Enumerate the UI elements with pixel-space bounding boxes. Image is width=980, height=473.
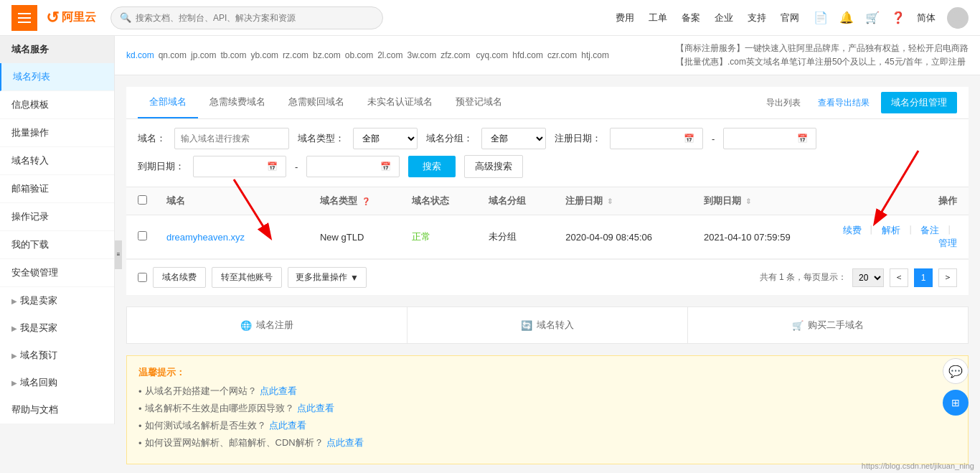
doc-icon[interactable]: 📄 [814,11,828,24]
pagination: 共有 1 条，每页显示： 20 ＜ 1 ＞ [760,268,957,287]
status-url: https://blog.csdn.net/jikuan_ning [862,462,974,470]
search-button[interactable]: 搜索 [408,156,456,177]
sidebar-item-seller[interactable]: ▶ 我是卖家 [0,287,114,314]
total-text: 共有 1 条，每页显示： [760,271,847,284]
tips-link-3[interactable]: 点此查看 [326,436,364,449]
nav-item-cost[interactable]: 费用 [616,11,634,24]
sidebar-item-my-downloads[interactable]: 我的下载 [0,231,114,259]
group-select[interactable]: 全部 [481,128,546,149]
reg-date-end[interactable]: 📅 [723,128,816,149]
table-body: dreamyheaven.xyz New gTLD 正常 未分组 2020-04… [126,215,969,259]
page-1-button[interactable]: 1 [914,268,933,287]
exp-date-start-input[interactable] [199,161,264,172]
sidebar-collapse-btn[interactable]: ≡ [115,240,122,269]
reg-sort-icon[interactable]: ⇕ [607,197,613,205]
tab-unrealname[interactable]: 未实名认证域名 [356,87,444,118]
batch-renew-button[interactable]: 域名续费 [153,267,206,288]
globe-icon: 🌐 [240,320,252,331]
tips-item-0: • 从域名开始搭建一个网站？ 点此查看 [138,385,956,398]
tips-link-0[interactable]: 点此查看 [260,385,297,398]
nav-item-ticket[interactable]: 工单 [649,11,667,24]
exp-date-start[interactable]: 📅 [193,156,286,177]
col-type-header: 域名类型 ❓ [320,195,412,207]
sidebar-item-preorder[interactable]: ▶ 域名预订 [0,342,114,369]
tips-link-2[interactable]: 点此查看 [269,419,306,432]
header-search-bar[interactable]: 🔍 [110,6,383,29]
exp-date-end-input[interactable] [313,161,377,172]
view-export-button[interactable]: 查看导出结果 [812,94,875,112]
dns-link[interactable]: 解析 [882,225,900,235]
more-batch-button[interactable]: 更多批量操作 ▼ [288,267,367,288]
select-all-checkbox[interactable] [138,195,147,205]
link-buy-secondhand[interactable]: 🛒 购买二手域名 [688,307,968,343]
row-checkbox[interactable] [138,231,147,240]
next-page-button[interactable]: ＞ [938,268,957,287]
advanced-search-button[interactable]: 高级搜索 [464,155,523,178]
sidebar-item-op-records[interactable]: 操作记录 [0,203,114,231]
nav-item-enterprise[interactable]: 企业 [715,11,733,24]
grid-float-button[interactable]: ⊞ [943,390,969,416]
reg-date-start[interactable]: 📅 [610,128,703,149]
sidebar-item-security-lock[interactable]: 安全锁管理 [0,259,114,287]
nav-item-official[interactable]: 官网 [781,11,799,24]
sidebar-item-buyer[interactable]: ▶ 我是买家 [0,314,114,342]
help-icon[interactable]: ❓ [891,11,905,24]
prev-page-button[interactable]: ＜ [890,268,908,287]
manage-link[interactable]: 管理 [938,238,957,248]
note-link[interactable]: 备注 [920,225,939,235]
tips-link-1[interactable]: 点此查看 [297,402,334,415]
tab-preregister[interactable]: 预登记域名 [444,87,514,118]
footer-checkbox[interactable] [138,273,147,282]
svg-point-1 [951,20,965,29]
content-area: 全部域名 急需续费域名 急需赎回域名 未实名认证域名 预登记域名 导出列表 查看… [115,75,980,473]
sidebar-item-domain-transfer[interactable]: 域名转入 [0,147,114,175]
tab-renew-urgent[interactable]: 急需续费域名 [198,87,277,118]
exp-sort-icon[interactable]: ⇕ [745,197,751,205]
sidebar-item-buyback[interactable]: ▶ 域名回购 [0,369,114,396]
col-reg-date-header: 注册日期 ⇕ [565,195,704,207]
renew-link[interactable]: 续费 [843,225,862,235]
chat-float-button[interactable]: 💬 [943,358,969,384]
sidebar-item-info-template[interactable]: 信息模板 [0,91,114,119]
search-form: 域名： 域名类型： 全部 域名分组： 全部 注册日期： 📅 - [126,119,969,187]
menu-button[interactable] [11,5,37,31]
per-page-select[interactable]: 20 [852,268,884,287]
promo-domain-jp: jp.com [191,50,216,60]
search-input[interactable] [136,13,374,23]
nav-item-beian[interactable]: 备案 [682,11,700,24]
domain-search-input[interactable] [174,128,289,149]
exp-date-end[interactable]: 📅 [306,156,400,177]
nav-item-support[interactable]: 支持 [748,11,766,24]
tab-all-domains[interactable]: 全部域名 [138,87,198,118]
logo-icon: ↺ [46,9,59,27]
sidebar-item-help[interactable]: 帮助与文档 [0,396,114,424]
tab-redeem-urgent[interactable]: 急需赎回域名 [277,87,356,118]
layout: 域名服务 域名列表 信息模板 批量操作 域名转入 邮箱验证 操作记录 我的下载 [0,36,980,473]
status-bar: https://blog.csdn.net/jikuan_ning [856,459,980,473]
chat-icon: 💬 [948,365,963,378]
export-list-button[interactable]: 导出列表 [760,94,806,112]
type-select[interactable]: 全部 [353,128,418,149]
promo-domain-kd[interactable]: kd.com [126,50,154,60]
sidebar-item-email-verify[interactable]: 邮箱验证 [0,175,114,203]
transfer-button[interactable]: 转至其他账号 [212,267,282,288]
link-domain-transfer[interactable]: 🔄 域名转入 [407,307,688,343]
bell-icon[interactable]: 🔔 [839,11,854,24]
lang-switch[interactable]: 简体 [917,11,936,24]
bullet-icon1: • [138,403,142,414]
domain-link[interactable]: dreamyheaven.xyz [166,232,245,243]
promo-domain-czr: czr.com [547,50,577,60]
avatar[interactable] [947,7,969,29]
reg-date-start-input[interactable] [616,134,681,144]
sidebar-item-domain-list[interactable]: 域名列表 [0,63,114,91]
logo[interactable]: ↺ 阿里云 [46,9,96,27]
manage-groups-button[interactable]: 域名分组管理 [881,92,957,113]
cart-icon[interactable]: 🛒 [865,11,880,24]
logo-text: 阿里云 [62,10,96,25]
reg-date-end-input[interactable] [730,134,794,144]
col-domain-header: 域名 [166,195,320,207]
sidebar-item-batch-ops[interactable]: 批量操作 [0,119,114,147]
link-domain-register[interactable]: 🌐 域名注册 [127,307,407,343]
chevron-right-icon: ▶ [11,297,17,305]
row-reg-date-cell: 2020-04-09 08:45:06 [565,232,704,243]
